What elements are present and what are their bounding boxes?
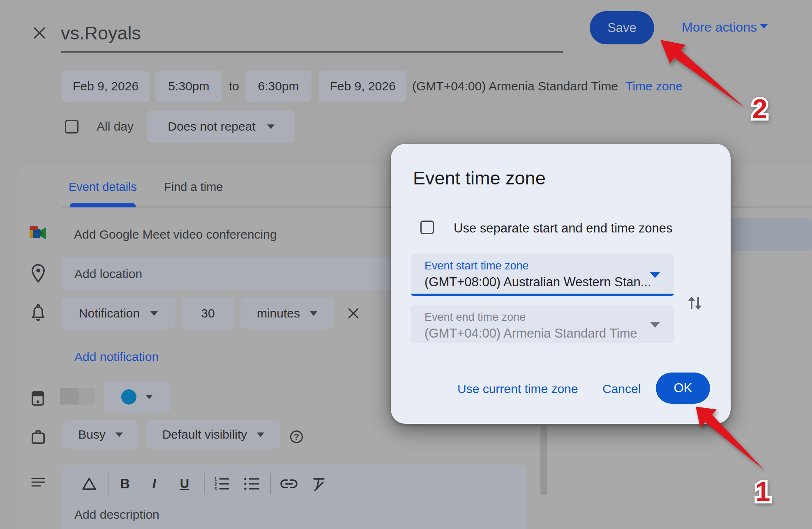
italic-icon[interactable]: I — [145, 465, 163, 503]
add-notification-button[interactable]: Add notification — [74, 347, 159, 367]
ok-button[interactable]: OK — [656, 373, 710, 404]
description-icon — [31, 476, 45, 490]
swap-timezones-icon[interactable] — [687, 294, 703, 313]
recurrence-dropdown[interactable]: Does not repeat — [147, 110, 295, 143]
event-color-dropdown[interactable] — [104, 381, 171, 413]
busy-caret-icon — [115, 432, 123, 437]
all-day-checkbox[interactable] — [65, 120, 78, 133]
active-tab-indicator — [70, 203, 136, 207]
start-timezone-label: Event start time zone — [424, 260, 529, 272]
description-toolbar: B I U 1 2 3 — [62, 465, 526, 503]
end-timezone-label: Event end time zone — [424, 311, 526, 324]
calendar-icon — [31, 389, 44, 410]
recurrence-label: Does not repeat — [168, 120, 255, 133]
start-timezone-value: (GMT+08:00) Australian Western Stan... — [424, 275, 651, 290]
location-pin-icon — [31, 264, 45, 285]
separate-timezones-label: Use separate start and end time zones — [454, 221, 672, 236]
visibility-dropdown[interactable]: Default visibility — [146, 420, 280, 449]
to-label: to — [229, 71, 239, 102]
add-meet-button[interactable]: Add Google Meet video conferencing — [74, 224, 277, 245]
help-icon[interactable]: ? — [290, 430, 303, 443]
event-editor-screen: vs.Royals Save More actions Feb 9, 2026 … — [0, 0, 812, 529]
all-day-label: All day — [97, 116, 134, 137]
more-actions-caret-icon[interactable] — [760, 24, 768, 29]
bulleted-list-icon[interactable] — [242, 465, 261, 503]
toolbar-separator — [108, 473, 108, 494]
insert-link-icon[interactable] — [279, 465, 299, 503]
title-underline — [61, 51, 563, 53]
notification-type-caret-icon — [150, 311, 158, 316]
end-time-chip[interactable]: 6:30pm — [245, 71, 311, 102]
location-placeholder: Add location — [74, 258, 142, 290]
recurrence-caret-icon — [267, 124, 275, 129]
busy-status-label: Busy — [78, 428, 106, 442]
start-timezone-caret-icon — [650, 272, 660, 278]
visibility-label: Default visibility — [162, 428, 247, 442]
svg-text:2: 2 — [215, 482, 217, 486]
start-timezone-select[interactable]: Event start time zone (GMT+08:00) Austra… — [411, 253, 674, 296]
svg-text:3: 3 — [215, 487, 217, 491]
tab-event-details[interactable]: Event details — [69, 177, 137, 196]
bold-icon[interactable]: B — [116, 465, 134, 503]
use-current-timezone-button[interactable]: Use current time zone — [457, 382, 578, 396]
underline-icon[interactable]: U — [176, 465, 193, 503]
clear-formatting-icon[interactable] — [309, 465, 329, 503]
notification-type-label: Notification — [79, 306, 140, 320]
save-button[interactable]: Save — [590, 11, 654, 44]
more-actions-button[interactable]: More actions — [682, 20, 757, 35]
toolbar-separator — [204, 473, 205, 494]
close-icon[interactable] — [33, 26, 46, 39]
description-editor[interactable]: B I U 1 2 3 — [62, 465, 526, 529]
timezone-link[interactable]: Time zone — [625, 71, 683, 102]
calendar-name-redacted — [60, 388, 95, 405]
event-color-dot — [121, 389, 136, 405]
notification-type-dropdown[interactable]: Notification — [61, 297, 175, 329]
insert-from-drive-icon[interactable] — [80, 465, 99, 503]
tab-find-a-time[interactable]: Find a time — [164, 177, 223, 196]
remove-notification-icon[interactable] — [347, 307, 360, 321]
bell-icon — [31, 304, 45, 325]
end-timezone-select[interactable]: Event end time zone (GMT+04:00) Armenia … — [411, 305, 674, 343]
cancel-button[interactable]: Cancel — [602, 382, 641, 396]
annotation-number-2: 2 — [752, 94, 768, 124]
end-date-chip[interactable]: Feb 9, 2026 — [319, 71, 406, 102]
end-timezone-caret-icon — [650, 322, 660, 328]
start-date-chip[interactable]: Feb 9, 2026 — [62, 71, 150, 102]
timezone-display: (GMT+04:00) Armenia Standard Time — [412, 71, 618, 102]
google-meet-icon — [30, 226, 46, 242]
start-time-chip[interactable]: 5:30pm — [155, 71, 222, 102]
briefcase-icon — [31, 429, 45, 448]
scrollbar-thumb[interactable] — [540, 426, 547, 495]
event-time-zone-dialog: Event time zone Use separate start and e… — [391, 144, 731, 424]
separate-timezones-checkbox[interactable] — [420, 221, 434, 234]
description-placeholder: Add description — [74, 508, 159, 522]
notification-value-input[interactable]: 30 — [182, 297, 234, 329]
numbered-list-icon[interactable]: 1 2 3 — [212, 465, 232, 503]
dialog-title: Event time zone — [413, 168, 546, 189]
start-timezone-focus-underline — [411, 294, 674, 296]
busy-status-dropdown[interactable]: Busy — [62, 420, 138, 449]
svg-text:1: 1 — [215, 477, 217, 481]
notification-unit-caret-icon — [310, 311, 317, 316]
event-color-caret-icon — [145, 395, 153, 399]
visibility-caret-icon — [257, 432, 264, 437]
notification-unit-dropdown[interactable]: minutes — [240, 297, 334, 329]
end-timezone-value: (GMT+04:00) Armenia Standard Time — [424, 326, 637, 341]
toolbar-separator — [270, 473, 271, 494]
notification-unit-label: minutes — [257, 306, 300, 320]
event-title-input[interactable]: vs.Royals — [61, 23, 141, 44]
